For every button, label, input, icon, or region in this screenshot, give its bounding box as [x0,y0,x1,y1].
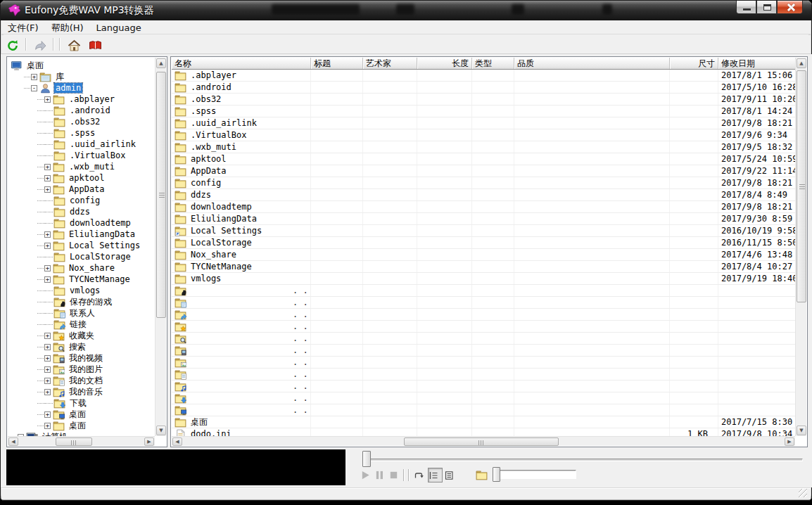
tree-item[interactable]: 联系人 [8,307,155,319]
column-header[interactable]: 标题 [311,58,363,70]
tree-item[interactable]: +.abplayer [8,94,155,105]
file-row[interactable]: . . . [172,369,795,381]
expand-icon[interactable]: + [44,355,51,362]
minimize-button[interactable] [736,1,756,14]
tree-item[interactable]: vmlogs [8,285,155,296]
file-row[interactable]: . . . [172,345,795,357]
file-row[interactable]: . . . [172,392,795,404]
tree-item[interactable]: +TYCNetManage [8,274,155,285]
tree-item[interactable]: +Local Settings [8,240,155,251]
expand-icon[interactable]: + [44,96,51,103]
tree-item[interactable]: +桌面 [8,409,155,420]
tree-item[interactable]: +我的文档 [8,375,155,386]
maximize-button[interactable] [756,1,777,14]
file-row[interactable]: . . . [172,309,795,321]
file-row[interactable]: . . . [172,381,795,392]
collapse-icon[interactable]: - [31,85,37,91]
column-header[interactable]: 品质 [514,58,670,70]
tree-item[interactable]: LocalStorage [8,251,155,262]
expand-icon[interactable]: + [44,411,51,418]
forward-button[interactable] [32,36,50,53]
help-book-button[interactable] [87,36,105,53]
tree-item[interactable]: .android [8,105,155,116]
list-horizontal-scrollbar[interactable]: ◀ ▶ [172,436,795,446]
scroll-down-arrow[interactable]: ▼ [797,426,806,435]
column-header[interactable]: 艺术家 [363,58,417,70]
expand-icon[interactable]: + [44,423,51,429]
file-row[interactable]: LocalStorage2016/11/15 8:50 [172,237,795,249]
scroll-left-arrow[interactable]: ◀ [8,437,18,446]
file-row[interactable]: . . . [172,285,795,297]
tree-item[interactable]: ddzs [8,206,155,217]
stop-button[interactable] [388,468,403,482]
file-row[interactable]: . . . [172,357,795,369]
file-row[interactable]: AppData2017/9/22 11:14 [172,165,795,177]
volume-slider[interactable] [499,470,576,479]
column-header[interactable]: 修改日期 [718,58,795,70]
column-header[interactable]: 长度 [417,58,472,70]
scroll-left-arrow[interactable]: ◀ [172,437,182,446]
expand-icon[interactable]: + [44,265,51,271]
file-row[interactable]: apktool2017/5/24 10:59 [172,153,795,165]
file-row[interactable]: . . . [172,297,795,309]
file-row[interactable]: 桌面2017/7/15 8:30 [172,416,795,428]
tree-item[interactable]: +搜索 [8,341,155,352]
column-header[interactable]: 尺寸 [670,58,718,70]
file-row[interactable]: .spss2017/8/1 14:24 [172,106,795,117]
file-row[interactable]: dodo.ini1 KB2017/9/8 10:34 [172,428,795,436]
tree-item[interactable]: +.wxb_muti [8,161,155,172]
expand-icon[interactable]: + [44,366,51,373]
tree-item[interactable]: +我的视频 [8,352,155,364]
expand-icon[interactable]: + [44,186,51,193]
menu-item-language[interactable]: Language [90,21,148,34]
expand-icon[interactable]: + [44,231,51,238]
tree-item[interactable]: .VirtualBox [8,150,155,161]
menu-item-file[interactable]: 文件(F) [1,21,45,34]
expand-icon[interactable]: + [44,276,51,283]
file-row[interactable]: .abplayer2017/8/1 15:06 [172,70,795,82]
file-row[interactable]: Local Settings2016/10/19 9:58 [172,225,795,237]
sequential-button[interactable] [428,468,443,482]
file-row[interactable]: .VirtualBox2017/9/6 9:34 [172,129,795,141]
volume-slider-thumb[interactable] [493,467,500,482]
file-row[interactable]: . . . [172,321,795,333]
expand-icon[interactable]: + [44,378,51,384]
tree-vertical-scrollbar[interactable]: ▲ ▼ [155,58,166,436]
close-button[interactable] [777,1,803,14]
expand-icon[interactable]: + [44,164,51,170]
tree-item[interactable]: 链接 [8,319,155,330]
scroll-up-arrow[interactable]: ▲ [156,58,166,68]
tree-item[interactable]: .uuid_airlink [8,139,155,150]
resize-grip[interactable] [799,489,807,497]
list-scroll-thumb[interactable] [797,70,806,302]
tree-item[interactable]: downloadtemp [8,217,155,229]
list-vertical-scrollbar[interactable]: ▲ ▼ [795,58,806,436]
file-row[interactable]: .obs322017/9/11 10:20 [172,94,795,106]
file-row[interactable]: vmlogs2017/9/19 18:40 [172,273,795,285]
expand-icon[interactable]: + [44,175,51,181]
tree-item[interactable]: +库 [8,71,155,82]
scroll-right-arrow[interactable]: ▶ [785,437,794,446]
tree-item[interactable]: +我的音乐 [8,386,155,397]
expand-icon[interactable]: + [44,344,51,350]
file-row[interactable]: ddzs2017/8/4 8:49 [172,189,795,201]
file-row[interactable]: Nox_share2017/4/6 13:48 [172,249,795,261]
tree-item[interactable]: .obs32 [8,116,155,127]
tree-item[interactable]: +我的图片 [8,364,155,375]
tree-scroll-thumb[interactable] [156,72,166,318]
tree-item[interactable]: 保存的游戏 [8,296,155,307]
tree-item[interactable]: +apktool [8,172,155,184]
file-row[interactable]: EliuliangData2017/9/30 8:59 [172,213,795,225]
tree-item[interactable]: +EliuliangData [8,229,155,240]
expand-icon[interactable]: + [31,74,37,80]
repeat-button[interactable] [412,468,427,482]
tree-item[interactable]: 下载 [8,397,155,409]
play-button[interactable] [360,468,375,482]
list-hscroll-thumb[interactable] [404,437,559,446]
tree-item[interactable]: -admin [8,82,155,94]
column-header[interactable]: 类型 [472,58,514,70]
mute-button[interactable] [474,468,492,482]
tree-item[interactable]: .spss [8,127,155,139]
file-row[interactable]: .wxb_muti2017/9/5 18:32 [172,141,795,153]
file-row[interactable]: TYCNetManage2017/8/4 10:27 [172,261,795,273]
